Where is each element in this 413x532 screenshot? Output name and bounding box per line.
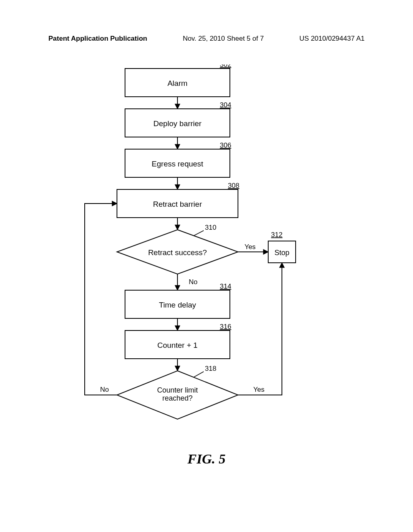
node-stop-label: Stop <box>274 249 289 257</box>
header-right: US 2010/0294437 A1 <box>299 35 365 43</box>
page-header: Patent Application Publication Nov. 25, … <box>0 35 413 43</box>
node-limit-ref: 318 <box>205 365 216 372</box>
node-deploy-label: Deploy barrier <box>153 119 202 128</box>
node-alarm-ref: 302 <box>220 64 231 69</box>
node-retract-success-label: Retract success? <box>148 248 207 257</box>
edge-318-yes-to-stop <box>238 263 282 395</box>
node-counter-ref: 316 <box>220 323 231 330</box>
edge-318-no-loop <box>85 204 117 395</box>
edge-318-no-label: No <box>100 386 109 393</box>
node-limit-label-l2: reached? <box>162 394 192 402</box>
node-retract-ref: 308 <box>228 182 239 189</box>
edge-318-yes-label: Yes <box>253 386 265 393</box>
node-retract-label: Retract barrier <box>153 200 202 208</box>
node-egress-label: Egress request <box>152 160 204 168</box>
node-time-delay-ref: 314 <box>220 283 231 290</box>
node-limit-label-l1: Counter limit <box>157 386 198 394</box>
node-stop-ref: 312 <box>271 231 282 239</box>
ref-leader-318 <box>194 372 204 377</box>
header-left: Patent Application Publication <box>48 35 147 43</box>
node-time-delay-label: Time delay <box>159 301 196 309</box>
figure-label: FIG. 5 <box>0 451 413 467</box>
node-counter-label: Counter + 1 <box>157 341 198 349</box>
header-center: Nov. 25, 2010 Sheet 5 of 7 <box>183 35 264 43</box>
node-egress-ref: 306 <box>220 141 231 149</box>
edge-310-no-label: No <box>189 278 198 286</box>
node-alarm-label: Alarm <box>167 79 188 87</box>
node-retract-success-ref: 310 <box>205 224 216 231</box>
flowchart: Alarm 302 Deploy barrier 304 Egress requ… <box>0 64 413 468</box>
edge-310-yes-label: Yes <box>244 243 256 251</box>
ref-leader-310 <box>194 231 204 236</box>
node-deploy-ref: 304 <box>220 101 231 109</box>
